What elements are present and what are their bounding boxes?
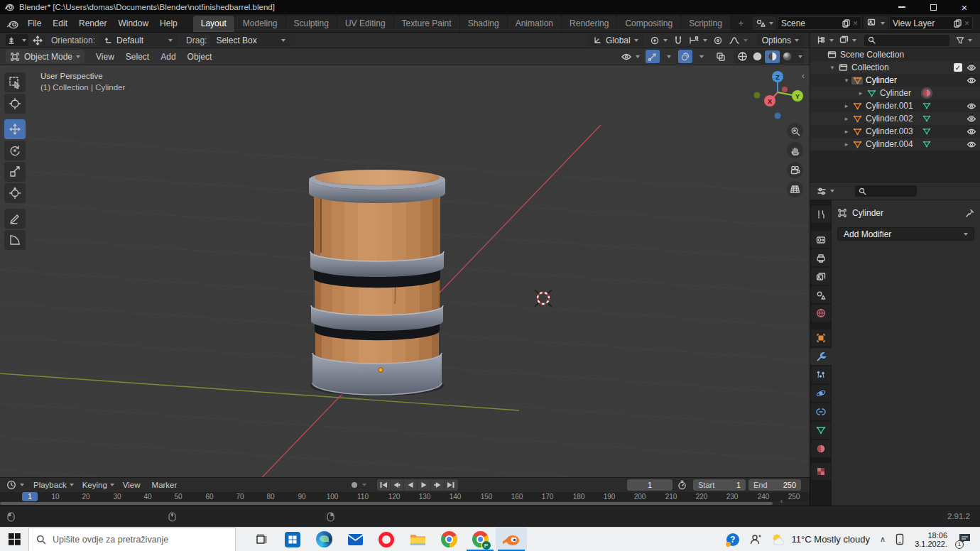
- taskbar-app-edge[interactable]: [308, 528, 339, 551]
- tool-scale[interactable]: [4, 162, 26, 182]
- remove-icon[interactable]: ×: [964, 18, 969, 28]
- sidebar-collapse-arrow[interactable]: ‹: [802, 71, 805, 81]
- camera-view-button[interactable]: [787, 162, 803, 178]
- blender-menu-button[interactable]: [4, 18, 21, 31]
- workspace-tab-shading[interactable]: Shading: [460, 16, 507, 32]
- help-tray-button[interactable]: ?: [722, 528, 744, 551]
- outliner-search-field[interactable]: [864, 35, 949, 46]
- hide-eye-icon[interactable]: [967, 64, 976, 72]
- taskbar-app-store[interactable]: [277, 528, 308, 551]
- tool-move[interactable]: [4, 119, 26, 139]
- play-reverse-button[interactable]: [404, 479, 418, 491]
- your-phone-button[interactable]: [891, 528, 909, 551]
- outliner-display-mode-button[interactable]: [837, 34, 859, 46]
- gizmos-dropdown[interactable]: [660, 50, 674, 63]
- hide-eye-icon[interactable]: [967, 77, 976, 84]
- scene-browse-button[interactable]: [753, 16, 776, 30]
- props-tab-object[interactable]: [811, 329, 831, 347]
- snap-settings-button[interactable]: [687, 34, 709, 46]
- shading-dropdown[interactable]: [798, 55, 802, 58]
- shading-solid-button[interactable]: [750, 50, 765, 63]
- collapse-triangle-icon[interactable]: ▸: [856, 89, 866, 97]
- props-tab-view-layer[interactable]: [811, 268, 831, 285]
- overlays-dropdown[interactable]: [692, 50, 707, 63]
- props-tab-world[interactable]: [811, 305, 831, 322]
- outliner-row-collection[interactable]: ▾ Collection ✓: [810, 61, 980, 74]
- maximize-button[interactable]: [918, 0, 949, 14]
- options-dropdown[interactable]: Options: [757, 34, 804, 46]
- workspace-tab-uv-editing[interactable]: UV Editing: [337, 16, 393, 32]
- xray-toggle[interactable]: [714, 50, 728, 63]
- timeline-menu-marker[interactable]: Marker: [146, 479, 183, 491]
- timeline-menu-playback[interactable]: Playback: [28, 479, 72, 491]
- outliner-row-cylinder-003[interactable]: ▸ Cylinder.003: [810, 125, 980, 138]
- props-tab-object-data[interactable]: [811, 422, 831, 439]
- workspace-tab-scripting[interactable]: Scripting: [681, 16, 730, 32]
- jump-to-end-button[interactable]: [445, 479, 458, 491]
- outliner-row-cylinder-002[interactable]: ▸ Cylinder.002: [810, 112, 980, 125]
- auto-keying-toggle[interactable]: [348, 479, 369, 491]
- props-tab-modifiers[interactable]: [810, 348, 832, 365]
- pan-button[interactable]: [787, 142, 803, 158]
- timeline-editor-type-button[interactable]: [4, 479, 26, 491]
- workspace-tab-animation[interactable]: Animation: [508, 16, 561, 32]
- workspace-tab-rendering[interactable]: Rendering: [562, 16, 616, 32]
- shading-rendered-button[interactable]: [780, 50, 795, 63]
- expand-triangle-icon[interactable]: ▾: [827, 64, 837, 71]
- start-button[interactable]: [0, 528, 28, 551]
- timeline-scroll-thumb[interactable]: [0, 502, 773, 505]
- props-tab-render[interactable]: [811, 231, 831, 248]
- shading-wireframe-button[interactable]: [735, 50, 750, 63]
- props-tab-material[interactable]: [811, 440, 831, 457]
- menu-window[interactable]: Window: [112, 15, 154, 32]
- props-tab-scene[interactable]: [811, 286, 831, 303]
- copy-icon[interactable]: [954, 19, 962, 28]
- outliner-filter-button[interactable]: [954, 34, 974, 46]
- workspace-tab-texture-paint[interactable]: Texture Paint: [394, 16, 459, 32]
- hide-eye-icon[interactable]: [967, 141, 976, 148]
- navigation-gizmo[interactable]: Z Y X: [746, 71, 810, 126]
- hide-eye-icon[interactable]: [967, 128, 976, 136]
- orientation-dropdown[interactable]: Default: [99, 34, 178, 46]
- collapse-triangle-icon[interactable]: ▸: [842, 102, 851, 109]
- visibility-dropdown[interactable]: [619, 50, 641, 63]
- pin-icon[interactable]: [965, 209, 974, 218]
- zoom-button[interactable]: [787, 123, 803, 139]
- frame-end-field[interactable]: End250: [748, 479, 801, 491]
- gizmos-toggle[interactable]: [646, 50, 660, 63]
- next-keyframe-button[interactable]: [431, 479, 445, 491]
- workspace-tab-compositing[interactable]: Compositing: [617, 16, 680, 32]
- unlink-icon[interactable]: ×: [853, 18, 858, 28]
- outliner-row-scene-collection[interactable]: Scene Collection: [810, 48, 980, 61]
- jump-to-start-button[interactable]: [377, 479, 391, 491]
- current-frame-field[interactable]: 1: [627, 479, 673, 491]
- tool-select-box[interactable]: [4, 72, 26, 92]
- viewport-menu-view[interactable]: View: [90, 50, 120, 64]
- material-icon[interactable]: [921, 87, 932, 99]
- props-tab-tool[interactable]: [811, 206, 831, 223]
- frame-start-field[interactable]: Start1: [693, 479, 746, 491]
- menu-render[interactable]: Render: [73, 15, 112, 32]
- timeline-menu-view[interactable]: View: [117, 479, 146, 491]
- workspace-tab-modeling[interactable]: Modeling: [235, 16, 285, 32]
- tool-rotate[interactable]: [4, 141, 26, 160]
- add-workspace-button[interactable]: +: [731, 16, 751, 32]
- taskbar-app-chrome-profile[interactable]: P: [464, 528, 496, 551]
- timeline-collapse-arrow[interactable]: ‹: [780, 497, 783, 505]
- close-button[interactable]: ×: [949, 0, 980, 14]
- gizmo-neg-x-axis[interactable]: [782, 87, 788, 92]
- gizmo-neg-z-axis[interactable]: [775, 113, 781, 119]
- taskbar-app-blender[interactable]: [496, 528, 527, 551]
- properties-editor-type-button[interactable]: [815, 185, 837, 197]
- view-layer-browse-button[interactable]: [864, 16, 888, 30]
- gizmo-neg-y-axis[interactable]: [754, 92, 761, 99]
- collapse-triangle-icon[interactable]: ▸: [842, 141, 851, 148]
- tool-measure[interactable]: [4, 230, 26, 250]
- tool-cursor[interactable]: [4, 94, 26, 114]
- viewport-menu-add[interactable]: Add: [155, 50, 181, 64]
- add-modifier-dropdown[interactable]: Add Modifier: [837, 227, 974, 241]
- people-button[interactable]: [744, 528, 766, 551]
- overlays-toggle[interactable]: [678, 50, 692, 63]
- task-view-button[interactable]: [246, 528, 277, 551]
- props-tab-output[interactable]: [811, 249, 831, 266]
